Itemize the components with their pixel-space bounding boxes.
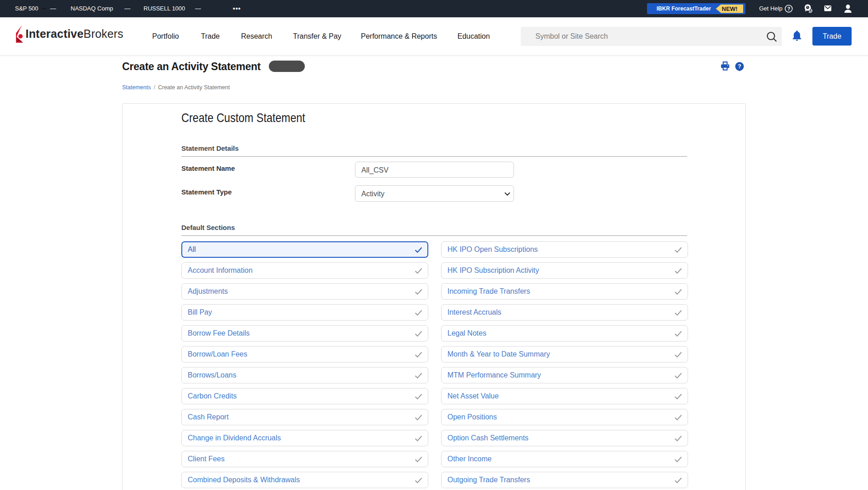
svg-text:?: ? (738, 63, 741, 70)
svg-text:?: ? (787, 6, 791, 11)
